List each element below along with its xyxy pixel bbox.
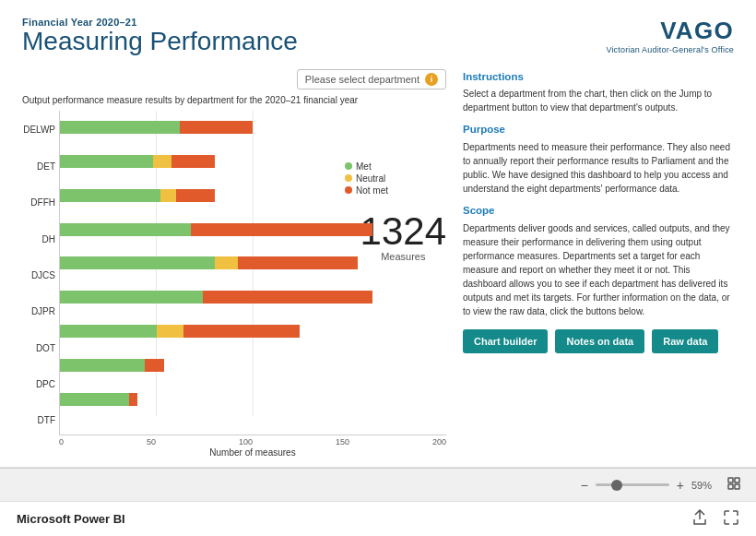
y-label: DJCS <box>22 271 59 280</box>
logo-subtitle: Victorian Auditor-General's Office <box>606 45 734 54</box>
bar-notmet-segment <box>203 291 372 304</box>
y-label: DPC <box>22 380 59 389</box>
x-axis-label: 150 <box>336 437 349 447</box>
powerbi-label: Microsoft Power BI <box>17 512 125 526</box>
title-block: Financial Year 2020–21 Measuring Perform… <box>22 17 298 56</box>
y-label: DJPR <box>22 307 59 316</box>
bar-row[interactable] <box>60 391 446 408</box>
bar-met-segment <box>60 155 153 168</box>
powerbi-footer: Microsoft Power BI <box>0 501 756 536</box>
bar-neutral-segment <box>160 189 176 202</box>
svg-rect-1 <box>735 478 739 482</box>
bar-met-segment <box>60 359 145 372</box>
y-label: DET <box>22 162 59 172</box>
bar-row[interactable] <box>60 187 446 204</box>
bar-row[interactable] <box>60 323 446 339</box>
logo-block: VAGO Victorian Auditor-General's Office <box>606 17 734 54</box>
zoom-slider[interactable] <box>596 483 669 486</box>
bar-row[interactable] <box>60 153 446 170</box>
expand-button[interactable] <box>723 509 739 530</box>
y-label: DOT <box>22 344 59 353</box>
x-axis-labels: 050100150200 <box>59 437 446 447</box>
x-axis-label: 100 <box>239 437 253 447</box>
bar-notmet-segment <box>238 256 358 269</box>
bar-notmet-segment <box>183 325 300 338</box>
bar-met-segment <box>60 393 129 406</box>
bar-notmet-segment <box>180 121 254 134</box>
x-axis-label: 0 <box>59 437 64 447</box>
action-buttons: Chart builder Notes on data Raw data <box>463 329 734 353</box>
notes-on-data-button[interactable]: Notes on data <box>555 329 644 353</box>
chart-subtitle: Output performance measure results by de… <box>22 95 446 105</box>
bar-neutral-segment <box>157 325 183 338</box>
dept-select-bar: Please select department i <box>22 69 446 89</box>
info-circle-icon: i <box>425 73 438 86</box>
purpose-text: Departments need to measure their perfor… <box>463 140 734 196</box>
bar-neutral-segment <box>153 155 172 168</box>
bar-neutral-segment <box>215 256 238 269</box>
instructions-title: Instructions <box>463 69 734 85</box>
bar-met-segment <box>60 189 160 202</box>
bar-notmet-segment <box>145 359 164 372</box>
y-label: DH <box>22 235 59 244</box>
bar-met-segment <box>60 291 203 304</box>
share-button[interactable] <box>691 509 708 530</box>
page-header: Financial Year 2020–21 Measuring Perform… <box>22 17 734 56</box>
svg-rect-3 <box>735 484 739 489</box>
info-panel: Instructions Select a department from th… <box>463 69 734 458</box>
body-row: Please select department i Output perfor… <box>22 69 734 458</box>
fullscreen-icon <box>726 476 741 491</box>
zoom-minus-button[interactable]: − <box>579 478 590 493</box>
bar-row[interactable] <box>60 255 446 271</box>
share-icon <box>691 509 708 526</box>
y-label: DTF <box>22 416 59 425</box>
y-label: DELWP <box>22 125 59 135</box>
vago-logo: VAGO <box>606 17 734 45</box>
x-axis-title: Number of measures <box>59 447 446 458</box>
header-title: Measuring Performance <box>22 28 298 56</box>
bar-row[interactable] <box>60 119 446 136</box>
bar-met-segment <box>60 121 180 134</box>
zoom-controls: − + 59% <box>579 476 741 494</box>
svg-rect-2 <box>728 484 733 489</box>
bars-container <box>59 111 446 435</box>
expand-icon <box>723 509 739 526</box>
scope-title: Scope <box>463 203 734 219</box>
bar-row[interactable] <box>60 289 446 305</box>
x-axis-label: 50 <box>147 437 156 447</box>
bar-row[interactable] <box>60 221 446 238</box>
raw-data-button[interactable]: Raw data <box>652 329 718 353</box>
zoom-percentage: 59% <box>691 480 717 491</box>
bar-met-segment <box>60 256 215 269</box>
scope-text: Departments deliver goods and services, … <box>463 221 734 318</box>
legend-neutral: Neutral <box>345 173 388 184</box>
svg-rect-0 <box>728 478 733 482</box>
y-axis-labels: DELWPDETDFFHDHDJCSDJPRDOTDPCDTF <box>22 111 59 458</box>
dept-select-label: Please select department <box>305 74 419 85</box>
bottom-toolbar: − + 59% <box>0 468 756 501</box>
purpose-title: Purpose <box>463 122 734 137</box>
powerbi-icons <box>691 509 739 530</box>
dept-select-button[interactable]: Please select department i <box>297 69 446 89</box>
bar-met-segment <box>60 325 157 338</box>
fullscreen-button[interactable] <box>726 476 741 494</box>
bar-notmet-segment <box>191 223 372 236</box>
x-axis-label: 200 <box>432 437 446 447</box>
chart-right-overlay: Met Neutral Not met 1324 Measur <box>345 161 446 262</box>
bar-notmet-segment <box>176 189 215 202</box>
y-label: DFFH <box>22 198 59 208</box>
chart-builder-button[interactable]: Chart builder <box>463 329 548 353</box>
bar-met-segment <box>60 223 191 236</box>
bar-row[interactable] <box>60 357 446 374</box>
legend-neutral-label: Neutral <box>356 173 385 184</box>
instructions-text: Select a department from the chart, then… <box>463 87 734 114</box>
chart-area: DELWPDETDFFHDHDJCSDJPRDOTDPCDTF 05010015… <box>22 111 446 458</box>
chart-panel: Please select department i Output perfor… <box>22 69 446 458</box>
bar-notmet-segment <box>171 155 214 168</box>
zoom-plus-button[interactable]: + <box>675 478 686 493</box>
legend-neutral-dot <box>345 174 352 182</box>
bar-notmet-segment <box>129 393 136 406</box>
